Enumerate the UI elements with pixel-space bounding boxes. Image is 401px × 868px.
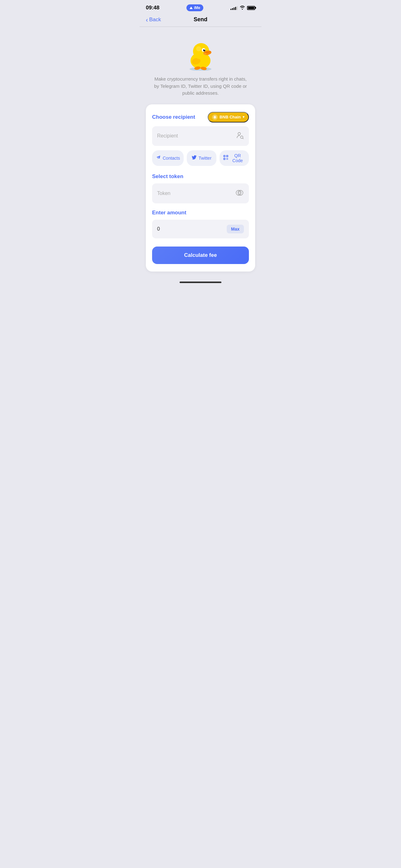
contacts-button[interactable]: Contacts — [152, 150, 183, 166]
ime-badge-label: iMe — [194, 6, 200, 10]
twitter-icon — [192, 155, 197, 161]
contact-search-icon — [236, 131, 244, 141]
home-indicator — [140, 278, 261, 286]
status-bar: 09:48 iMe — [140, 0, 261, 14]
home-bar — [179, 281, 222, 283]
bnb-chain-button[interactable]: BNB Chain ▾ — [208, 112, 249, 122]
qrcode-button[interactable]: QR Code — [220, 150, 249, 166]
telegram-icon — [156, 155, 161, 161]
svg-rect-25 — [226, 158, 227, 159]
recipient-placeholder: Recipient — [157, 133, 178, 139]
recipient-input-field[interactable]: Recipient — [152, 126, 249, 146]
page-title: Send — [194, 16, 207, 23]
select-token-section: Select token Token — [152, 174, 249, 204]
max-button[interactable]: Max — [227, 225, 244, 234]
svg-point-4 — [196, 46, 201, 51]
choose-recipient-title: Choose recipient — [152, 114, 195, 120]
enter-amount-title: Enter amount — [152, 210, 187, 216]
battery-icon — [247, 6, 255, 10]
qrcode-label: QR Code — [230, 153, 245, 163]
contacts-label: Contacts — [163, 156, 180, 161]
svg-point-17 — [238, 132, 240, 135]
token-icon — [235, 188, 244, 198]
select-token-header: Select token — [152, 174, 249, 180]
chevron-down-icon: ▾ — [243, 115, 244, 119]
back-label: Back — [149, 17, 161, 23]
quick-actions: Contacts Twitter — [152, 150, 249, 166]
status-icons — [231, 5, 255, 11]
qr-code-icon — [223, 155, 228, 161]
svg-point-7 — [204, 50, 205, 50]
enter-amount-header: Enter amount — [152, 210, 249, 216]
main-content: Make cryptocurrency transfers right in c… — [140, 27, 261, 278]
token-placeholder: Token — [157, 191, 170, 196]
amount-input-field[interactable]: 0 Max — [152, 220, 249, 239]
back-arrow-icon: ‹ — [146, 17, 148, 23]
svg-rect-22 — [227, 156, 227, 157]
ime-badge: iMe — [187, 4, 203, 11]
select-token-title: Select token — [152, 174, 183, 180]
svg-rect-26 — [227, 158, 228, 159]
svg-rect-27 — [226, 159, 227, 160]
svg-point-10 — [203, 53, 206, 55]
choose-recipient-header: Choose recipient BNB Chain ▾ — [152, 112, 249, 122]
ime-triangle-icon — [190, 6, 193, 9]
bnb-chain-icon — [212, 114, 218, 120]
calculate-fee-button[interactable]: Calculate fee — [152, 247, 249, 264]
back-button[interactable]: ‹ Back — [146, 17, 161, 23]
status-time: 09:48 — [146, 5, 159, 11]
mascot-section: Make cryptocurrency transfers right in c… — [146, 36, 255, 97]
twitter-label: Twitter — [199, 156, 211, 161]
twitter-button[interactable]: Twitter — [187, 150, 216, 166]
enter-amount-section: Enter amount 0 Max — [152, 210, 249, 239]
nav-bar: ‹ Back Send — [140, 14, 261, 27]
amount-value: 0 — [157, 226, 160, 232]
signal-icon — [231, 6, 238, 10]
svg-rect-20 — [224, 156, 225, 157]
token-input-field[interactable]: Token — [152, 183, 249, 204]
duck-mascot-image — [182, 36, 219, 71]
svg-rect-24 — [224, 159, 225, 159]
svg-rect-28 — [227, 159, 228, 160]
bnb-chain-label: BNB Chain — [220, 115, 241, 119]
send-card: Choose recipient BNB Chain ▾ Recipient — [146, 104, 255, 272]
mascot-description: Make cryptocurrency transfers right in c… — [154, 75, 247, 97]
status-center: iMe — [187, 4, 203, 11]
wifi-icon — [239, 5, 245, 11]
